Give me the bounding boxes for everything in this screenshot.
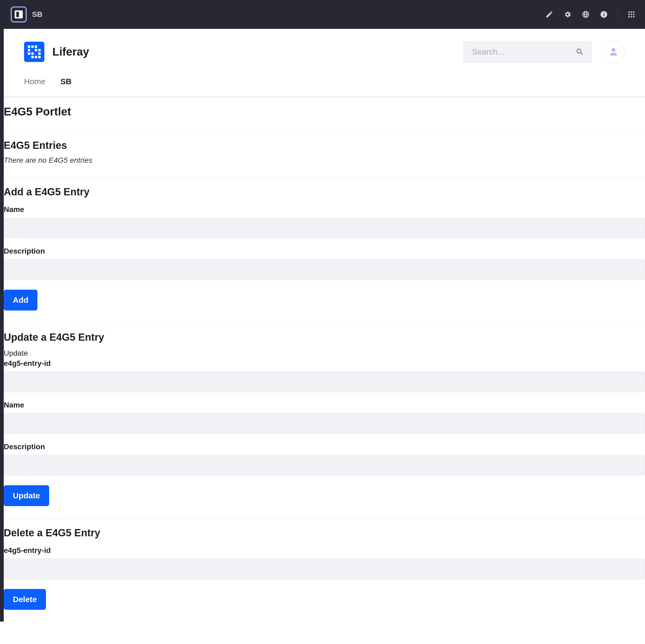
svg-rect-9 (628, 16, 630, 17)
brand-title: Liferay (52, 45, 89, 58)
header-right (463, 41, 625, 63)
admin-bar-right (545, 9, 636, 20)
add-desc-input[interactable] (4, 259, 645, 280)
svg-rect-3 (628, 11, 630, 13)
svg-rect-2 (604, 13, 604, 13)
svg-rect-5 (633, 11, 634, 13)
search-wrap (463, 41, 592, 63)
admin-page-label: SB (32, 10, 42, 19)
entries-heading: E4G5 Entries (4, 136, 645, 153)
gear-icon[interactable] (563, 10, 572, 19)
product-menu-toggle[interactable] (11, 6, 27, 22)
nav-item-sb[interactable]: SB (60, 77, 71, 86)
svg-rect-6 (628, 14, 630, 15)
update-button[interactable]: Update (4, 485, 49, 506)
panel-icon (15, 10, 23, 18)
update-entry-section: Update a E4G5 Entry Update e4g5-entry-id… (4, 322, 645, 518)
svg-rect-10 (631, 16, 632, 17)
user-icon (609, 47, 618, 56)
search-input[interactable] (463, 41, 592, 63)
portlet-section: E4G5 Portlet (4, 97, 645, 131)
update-id-label: e4g5-entry-id (4, 359, 645, 369)
update-sublabel: Update (4, 345, 645, 359)
entries-section: E4G5 Entries There are no E4G5 entries (4, 131, 645, 177)
svg-rect-11 (633, 16, 634, 17)
svg-rect-1 (604, 14, 604, 16)
svg-rect-8 (633, 14, 634, 15)
edit-icon[interactable] (545, 10, 554, 19)
site-header: Liferay (4, 29, 645, 68)
update-id-input[interactable] (4, 372, 645, 392)
add-name-label: Name (4, 200, 645, 215)
update-name-input[interactable] (4, 413, 645, 434)
add-button[interactable]: Add (4, 290, 37, 310)
nav-item-home[interactable]: Home (24, 77, 45, 86)
delete-heading: Delete a E4G5 Entry (4, 523, 645, 541)
search-icon[interactable] (576, 47, 584, 56)
portlet-title: E4G5 Portlet (4, 102, 645, 124)
user-avatar[interactable] (602, 41, 625, 63)
delete-button[interactable]: Delete (4, 589, 46, 610)
brand-logo-icon (24, 42, 44, 62)
globe-icon[interactable] (581, 10, 590, 19)
site-nav: Home SB (4, 68, 645, 97)
update-desc-input[interactable] (4, 455, 645, 476)
add-name-input[interactable] (4, 218, 645, 238)
add-heading: Add a E4G5 Entry (4, 183, 645, 200)
entries-empty-message: There are no E4G5 entries (4, 153, 645, 171)
update-heading: Update a E4G5 Entry (4, 328, 645, 345)
svg-rect-4 (631, 11, 632, 13)
delete-id-label: e4g5-entry-id (4, 541, 645, 556)
update-desc-label: Description (4, 437, 645, 452)
svg-rect-7 (631, 14, 632, 15)
brand[interactable]: Liferay (24, 42, 89, 62)
add-entry-section: Add a E4G5 Entry Name Description Add (4, 177, 645, 322)
delete-id-input[interactable] (4, 559, 645, 579)
update-name-label: Name (4, 396, 645, 410)
delete-entry-section: Delete a E4G5 Entry e4g5-entry-id Delete (4, 518, 645, 622)
info-icon[interactable] (599, 10, 608, 19)
apps-grid-icon[interactable] (627, 10, 636, 19)
add-desc-label: Description (4, 242, 645, 256)
admin-bar: SB (0, 0, 645, 29)
admin-bar-left: SB (11, 6, 42, 22)
